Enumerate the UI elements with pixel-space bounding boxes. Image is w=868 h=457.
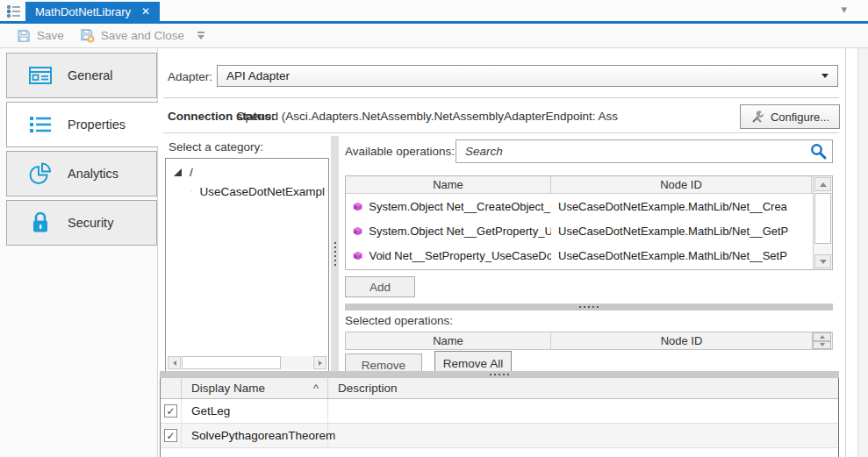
library-icon <box>5 4 23 23</box>
checkbox-column-header[interactable] <box>161 378 182 398</box>
tree-node-usecase[interactable]: UseCaseDotNetExampl <box>191 185 325 198</box>
column-header-nodeid[interactable]: Node ID <box>551 176 812 193</box>
scroll-right-icon[interactable] <box>313 356 326 369</box>
operation-name: System.Object Net__CreateObject_UseC <box>369 200 551 213</box>
save-button[interactable]: Save <box>9 25 72 46</box>
scroll-up-icon[interactable] <box>813 332 831 341</box>
sidebar-item-properties[interactable]: Properties <box>6 102 158 147</box>
table-row[interactable]: System.Object Net__CreateObject_UseC Use… <box>346 194 832 218</box>
save-and-close-icon <box>80 28 95 43</box>
tree-node-root[interactable]: / <box>174 166 193 179</box>
column-header-name[interactable]: Name <box>346 176 551 193</box>
tree-expanded-icon[interactable] <box>174 168 183 177</box>
method-icon <box>353 251 362 261</box>
tree-horizontal-scrollbar <box>168 356 326 369</box>
adapter-dropdown[interactable]: API Adapter <box>217 65 838 87</box>
dropdown-arrow-icon <box>821 74 829 78</box>
row-checkbox[interactable]: ✓ <box>164 404 177 418</box>
tree-node-label: UseCaseDotNetExampl <box>199 185 325 198</box>
table-header: Name Node ID <box>346 176 832 194</box>
search-icon[interactable] <box>804 143 832 160</box>
column-header-display-name[interactable]: Display Name ^ <box>182 378 328 398</box>
grid-splitter[interactable] <box>160 371 839 378</box>
select-category-label: Select a category: <box>169 140 263 154</box>
operation-name: System.Object Net__GetProperty_UseCa <box>369 225 551 238</box>
save-and-close-button[interactable]: Save and Close <box>72 25 192 46</box>
sidebar-item-label: Security <box>68 216 113 230</box>
tree-collapsed-icon[interactable] <box>191 187 192 196</box>
tab-close-icon[interactable]: ✕ <box>141 5 150 18</box>
tab-title: MathDotNetLibrary <box>35 5 131 18</box>
tabstrip-dropdown-icon[interactable]: ▾ <box>841 3 847 16</box>
method-icon <box>353 226 362 236</box>
column-header-name[interactable]: Name <box>346 332 551 349</box>
table-row[interactable]: System.Object Net__GetProperty_UseCa Use… <box>346 218 832 243</box>
sidebar-item-security[interactable]: Security <box>6 200 157 246</box>
sidebar-item-label: Properties <box>68 118 126 132</box>
toolbar: Save Save and Close <box>0 24 868 48</box>
configure-label: Configure... <box>771 111 829 124</box>
table-row[interactable]: Void Net__SetProperty_UseCaseDotNetl Use… <box>346 243 832 268</box>
description-cell <box>328 399 838 423</box>
scroll-down-icon[interactable] <box>814 254 831 268</box>
row-checkbox[interactable]: ✓ <box>164 429 177 442</box>
category-tree: / UseCaseDotNetExampl <box>165 158 329 372</box>
sort-ascending-icon: ^ <box>313 382 319 395</box>
sidebar-item-analytics[interactable]: Analytics <box>6 151 157 196</box>
grid-header: Display Name ^ Description <box>161 378 838 399</box>
configure-button[interactable]: Configure... <box>740 104 840 129</box>
operation-node-id: UseCaseDotNetExample.MathLib/Net__SetP <box>551 249 812 262</box>
sidebar-item-label: General <box>68 68 113 82</box>
form-icon <box>27 64 54 87</box>
separator <box>163 97 839 98</box>
sidebar: General Properties Analytics <box>0 48 158 457</box>
tab-mathdotnetlibrary[interactable]: MathDotNetLibrary ✕ <box>25 2 160 21</box>
gutter-line <box>857 48 868 457</box>
adapter-config-window: MathDotNetLibrary ✕ ▾ Save Save and Clos… <box>0 0 868 457</box>
scrollbar-thumb[interactable] <box>182 356 281 369</box>
tree-node-label: / <box>190 166 193 179</box>
method-icon <box>353 202 362 211</box>
available-operations-table: Name Node ID System.Object Net__CreateOb… <box>345 175 833 270</box>
sidebar-item-general[interactable]: General <box>6 53 157 98</box>
search-input[interactable] <box>456 145 804 158</box>
adapter-label: Adapter: <box>168 70 212 83</box>
lock-icon <box>27 211 54 235</box>
pie-chart-icon <box>27 161 54 186</box>
wrench-icon <box>750 111 764 124</box>
operation-name: Void Net__SetProperty_UseCaseDotNetl <box>369 249 551 262</box>
operations-grid: Display Name ^ Description ✓ GetLeg ✓ So… <box>160 378 839 457</box>
column-header-nodeid[interactable]: Node ID <box>551 332 812 349</box>
save-label: Save <box>37 29 64 42</box>
operation-node-id: UseCaseDotNetExample.MathLib/Net__Crea <box>551 200 812 213</box>
available-operations-label: Available operations: <box>345 145 455 158</box>
right-gutter <box>845 48 868 457</box>
selected-operations-label: Selected operations: <box>345 314 453 327</box>
description-cell <box>328 424 838 447</box>
connection-status-value: Opened (Asci.Adapters.NetAssembly.NetAss… <box>236 110 618 123</box>
list-icon <box>27 113 54 136</box>
operation-node-id: UseCaseDotNetExample.MathLib/Net__GetP <box>551 225 812 238</box>
display-name-cell: GetLeg <box>182 399 328 423</box>
tab-strip: MathDotNetLibrary ✕ ▾ <box>0 0 868 24</box>
scrollbar-thumb[interactable] <box>814 193 831 244</box>
scroll-left-icon[interactable] <box>168 356 181 369</box>
scroll-down-icon[interactable] <box>813 341 831 350</box>
display-name-cell: SolvePythagoreanTheorem <box>182 424 328 447</box>
operations-grid-panel: Display Name ^ Description ✓ GetLeg ✓ So… <box>160 371 839 457</box>
table-vertical-scrollbar <box>813 176 832 269</box>
separator <box>163 132 839 133</box>
selected-operations-header: Name Node ID <box>345 332 833 350</box>
toolbar-overflow-icon[interactable] <box>197 32 204 39</box>
save-icon <box>17 29 31 43</box>
add-button[interactable]: Add <box>345 276 415 297</box>
column-header-description[interactable]: Description <box>328 378 838 398</box>
horizontal-splitter[interactable] <box>345 303 833 311</box>
grid-row[interactable]: ✓ GetLeg <box>161 399 838 424</box>
sidebar-item-label: Analytics <box>68 167 118 181</box>
scrollbar-track[interactable] <box>182 356 312 369</box>
scroll-up-icon[interactable] <box>814 177 831 191</box>
grid-row[interactable]: ✓ SolvePythagoreanTheorem <box>161 424 838 448</box>
save-and-close-label: Save and Close <box>101 29 184 42</box>
vertical-splitter[interactable] <box>331 136 339 371</box>
